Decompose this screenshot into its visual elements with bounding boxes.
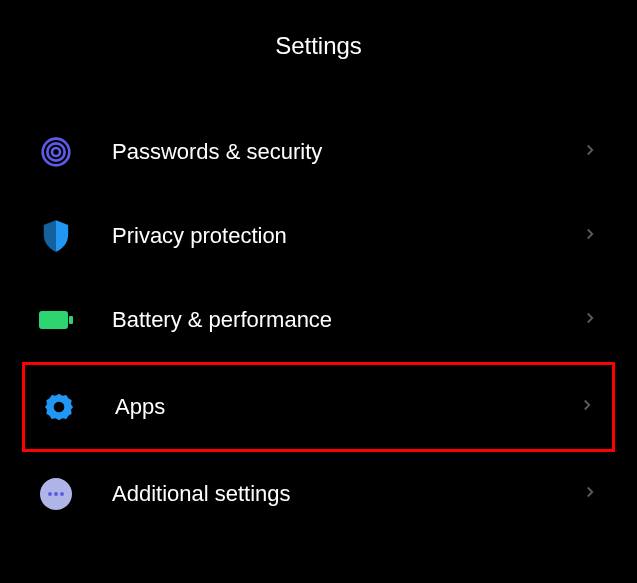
- settings-item-label: Additional settings: [112, 481, 581, 507]
- dots-icon: [38, 476, 74, 512]
- svg-rect-4: [69, 316, 73, 324]
- settings-item-label: Apps: [115, 394, 578, 420]
- settings-item-label: Privacy protection: [112, 223, 581, 249]
- settings-item-apps[interactable]: Apps: [22, 362, 615, 452]
- svg-point-5: [54, 402, 65, 413]
- page-title: Settings: [0, 32, 637, 60]
- svg-point-2: [52, 148, 60, 156]
- chevron-right-icon: [581, 141, 599, 163]
- gear-icon: [41, 389, 77, 425]
- settings-item-battery-performance[interactable]: Battery & performance: [30, 278, 607, 362]
- settings-item-label: Battery & performance: [112, 307, 581, 333]
- svg-point-7: [54, 492, 58, 496]
- battery-icon: [38, 302, 74, 338]
- svg-point-1: [47, 143, 64, 160]
- svg-point-8: [60, 492, 64, 496]
- chevron-right-icon: [581, 309, 599, 331]
- chevron-right-icon: [581, 483, 599, 505]
- fingerprint-icon: [38, 134, 74, 170]
- settings-item-passwords-security[interactable]: Passwords & security: [30, 110, 607, 194]
- settings-item-privacy-protection[interactable]: Privacy protection: [30, 194, 607, 278]
- settings-list: Passwords & security Privacy protection: [0, 110, 637, 536]
- svg-rect-3: [39, 311, 68, 329]
- svg-point-6: [48, 492, 52, 496]
- chevron-right-icon: [581, 225, 599, 247]
- shield-icon: [38, 218, 74, 254]
- settings-item-label: Passwords & security: [112, 139, 581, 165]
- page-header: Settings: [0, 0, 637, 110]
- settings-item-additional-settings[interactable]: Additional settings: [30, 452, 607, 536]
- chevron-right-icon: [578, 396, 596, 418]
